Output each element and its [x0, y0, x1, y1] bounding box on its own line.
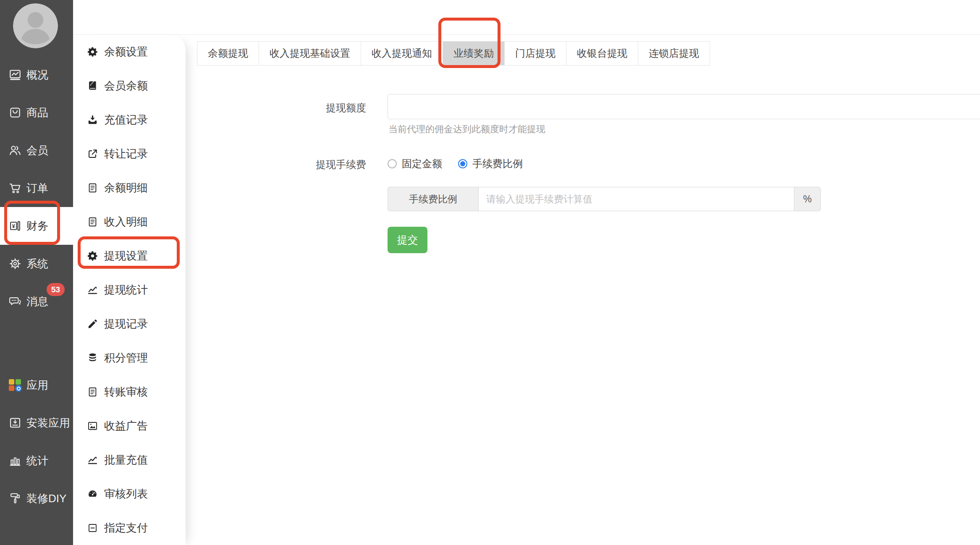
fee-rate-radio[interactable]: 手续费比例: [458, 157, 523, 170]
menu-item-transfer-records[interactable]: 转让记录: [73, 137, 186, 171]
decorate-roller-icon: [8, 492, 22, 505]
document-icon: [87, 216, 98, 228]
menu-item-label: 提现统计: [104, 283, 148, 297]
menu-item-label: 余额明细: [104, 181, 148, 195]
finance-wallet-icon: [8, 219, 22, 233]
menu-item-balance-details[interactable]: 余额明细: [73, 171, 186, 205]
pencil-icon: [87, 318, 98, 330]
radio-circle-icon: [388, 159, 397, 168]
tab-income-withdraw-basic-settings[interactable]: 收入提现基础设置: [259, 41, 361, 66]
menu-item-withdraw-settings[interactable]: 提现设置: [73, 239, 186, 273]
menu-item-label: 收益广告: [104, 419, 148, 433]
document-icon: [87, 182, 98, 194]
download-icon: [87, 114, 98, 126]
sidebar-item-label: 消息: [26, 294, 48, 309]
sidebar-item-members[interactable]: 会员: [0, 131, 73, 169]
tab-cashier-withdraw[interactable]: 收银台提现: [566, 41, 638, 66]
menu-item-member-balance[interactable]: 会员余额: [73, 69, 186, 103]
external-link-icon: [87, 148, 98, 160]
sidebar-item-label: 订单: [26, 181, 48, 196]
sidebar-item-label: 安装应用: [26, 416, 70, 430]
radio-label: 固定金额: [402, 157, 442, 170]
orders-cart-icon: [8, 181, 22, 195]
sidebar-item-statistics[interactable]: 统计: [0, 442, 73, 479]
menu-item-label: 会员余额: [104, 79, 148, 93]
percent-suffix: %: [794, 187, 821, 211]
avatar-person-icon: [13, 3, 58, 48]
gear-icon: [87, 250, 98, 262]
primary-nav-top: 概况 商品 会员 订单 财务 系统 消息 53: [0, 56, 73, 320]
menu-item-review-list[interactable]: 审核列表: [73, 477, 186, 511]
menu-item-label: 收入明细: [104, 215, 148, 229]
tab-performance-reward[interactable]: 业绩奖励: [443, 41, 505, 66]
sidebar-item-label: 应用: [26, 378, 48, 393]
menu-item-label: 指定支付: [104, 521, 148, 535]
menu-item-label: 提现设置: [104, 249, 148, 263]
sidebar-item-install-apps[interactable]: 安装应用: [0, 404, 73, 442]
fee-rate-input[interactable]: [478, 187, 794, 211]
system-gear-icon: [8, 257, 22, 270]
primary-nav-bottom: 应用 安装应用 统计 装修DIY: [0, 366, 73, 517]
tab-income-withdraw-notice[interactable]: 收入提现通知: [361, 41, 443, 66]
menu-item-designated-payment[interactable]: 指定支付: [73, 511, 186, 545]
menu-item-label: 提现记录: [104, 317, 148, 331]
menu-item-recharge-records[interactable]: 充值记录: [73, 103, 186, 137]
withdraw-quota-input[interactable]: [388, 94, 980, 119]
book-icon: [87, 80, 98, 92]
chart-line-icon: [87, 284, 98, 296]
sidebar-item-finance[interactable]: 财务: [0, 207, 73, 245]
messages-unread-badge: 53: [47, 283, 65, 296]
gear-icon: [87, 46, 98, 58]
install-app-icon: [8, 416, 22, 430]
sidebar-item-label: 统计: [26, 453, 48, 468]
database-icon: [87, 352, 98, 364]
menu-item-label: 转让记录: [104, 147, 148, 161]
sidebar-item-label: 系统: [26, 257, 48, 271]
menu-item-income-details[interactable]: 收入明细: [73, 205, 186, 239]
withdraw-quota-help-text: 当前代理的佣金达到此额度时才能提现: [388, 123, 545, 136]
apps-grid-icon: [8, 378, 22, 392]
goods-bag-icon: [8, 106, 22, 119]
sidebar-item-orders[interactable]: 订单: [0, 169, 73, 207]
menu-item-revenue-ads[interactable]: 收益广告: [73, 409, 186, 443]
submit-button[interactable]: 提交: [388, 227, 427, 253]
menu-item-batch-recharge[interactable]: 批量充值: [73, 443, 186, 477]
menu-item-transfer-review[interactable]: 转账审核: [73, 375, 186, 409]
secondary-sidebar: 余额设置 会员余额 充值记录 转让记录 余额明细 收入明细 提现设置 提现统计 …: [73, 35, 186, 545]
sidebar-item-label: 财务: [26, 219, 48, 233]
withdraw-fee-radio-group: 固定金额 手续费比例: [388, 157, 539, 170]
menu-item-label: 批量充值: [104, 453, 148, 467]
sidebar-item-system[interactable]: 系统: [0, 245, 73, 283]
sidebar-item-apps[interactable]: 应用: [0, 366, 73, 404]
menu-item-label: 积分管理: [104, 351, 148, 365]
messages-chat-icon: [8, 295, 22, 308]
tab-chain-store-withdraw[interactable]: 连锁店提现: [638, 41, 710, 66]
document-icon: [87, 386, 98, 398]
minus-square-icon: [87, 522, 98, 534]
fixed-amount-radio[interactable]: 固定金额: [388, 157, 442, 170]
chart-line-icon: [87, 454, 98, 466]
withdraw-settings-tabbar: 余额提现 收入提现基础设置 收入提现通知 业绩奖励 门店提现 收银台提现 连锁店…: [197, 41, 710, 66]
sidebar-item-label: 会员: [26, 143, 48, 158]
primary-sidebar: 概况 商品 会员 订单 财务 系统 消息 53: [0, 0, 73, 545]
fee-rate-input-group: 手续费比例 %: [388, 187, 821, 211]
withdraw-fee-label: 提现手续费: [257, 158, 366, 171]
sidebar-item-goods[interactable]: 商品: [0, 94, 73, 131]
sidebar-item-messages[interactable]: 消息 53: [0, 283, 73, 320]
members-users-icon: [8, 144, 22, 157]
menu-item-label: 余额设置: [104, 45, 148, 59]
menu-item-balance-settings[interactable]: 余额设置: [73, 35, 186, 69]
menu-item-points-management[interactable]: 积分管理: [73, 341, 186, 375]
radio-circle-checked-icon: [458, 159, 467, 168]
sidebar-item-decorate-diy[interactable]: 装修DIY: [0, 479, 73, 517]
tab-store-withdraw[interactable]: 门店提现: [505, 41, 566, 66]
sidebar-item-label: 装修DIY: [26, 491, 66, 506]
menu-item-label: 充值记录: [104, 113, 148, 127]
tab-balance-withdraw[interactable]: 余额提现: [197, 41, 259, 66]
avatar[interactable]: [13, 3, 58, 48]
menu-item-withdraw-records[interactable]: 提现记录: [73, 307, 186, 341]
sidebar-item-overview[interactable]: 概况: [0, 56, 73, 94]
sidebar-item-label: 概况: [26, 68, 48, 82]
menu-item-label: 转账审核: [104, 385, 148, 399]
menu-item-withdraw-statistics[interactable]: 提现统计: [73, 273, 186, 307]
